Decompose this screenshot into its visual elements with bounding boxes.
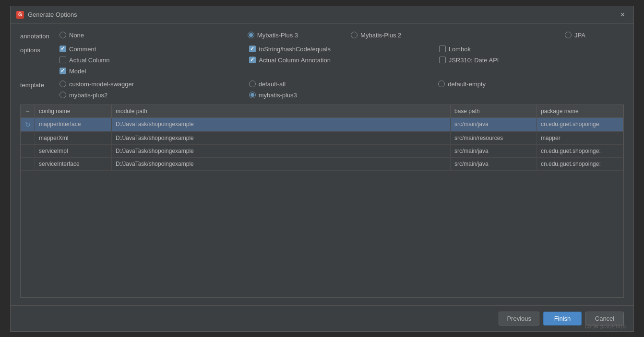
annotation-row: annotation None Mybatis-Plus 3 Mybatis-P… (20, 32, 624, 40)
option-model[interactable]: Model (60, 68, 244, 75)
actual-column-checkbox[interactable] (60, 57, 66, 63)
template-row: template custom-model-swagger default-al… (20, 81, 624, 99)
template-mybatis-plus2-label: mybatis-plus2 (69, 92, 107, 99)
option-comment[interactable]: Comment (60, 46, 244, 53)
model-label: Model (69, 68, 86, 75)
cancel-button[interactable]: Cancel (585, 312, 624, 325)
option-tostring[interactable]: toString/hashCode/equals (249, 46, 434, 53)
row2-base-path: src/main/resources (451, 132, 537, 144)
minus-icon[interactable]: − (24, 108, 31, 115)
model-checkbox[interactable] (60, 68, 66, 74)
actual-column-annotation-checkbox[interactable] (249, 57, 256, 63)
config-table: − config name module path base path pack… (20, 105, 624, 298)
header-control: − (21, 105, 35, 117)
option-jsr310[interactable]: JSR310: Date API (439, 57, 624, 64)
table-header: − config name module path base path pack… (21, 105, 623, 118)
header-package-name: package name (537, 105, 623, 117)
app-icon: G (16, 11, 24, 19)
row3-control (21, 145, 35, 157)
row1-package-name: cn.edu.guet.shopoinge: (537, 118, 623, 131)
template-mybatis-plus3-radio[interactable] (249, 92, 256, 98)
row2-config-name: mapperXml (35, 132, 112, 144)
lombok-checkbox[interactable] (439, 46, 446, 52)
jsr310-label: JSR310: Date API (449, 57, 499, 64)
template-default-all[interactable]: default-all (249, 81, 435, 88)
template-custom-model-swagger[interactable]: custom-model-swagger (60, 81, 245, 88)
table-row[interactable]: ↻ mapperInterface D:/JavaTask/shopoingex… (21, 118, 623, 132)
annotation-none-label: None (69, 32, 84, 39)
annotation-mybatis-plus-2-radio[interactable] (351, 32, 358, 38)
header-config-name: config name (35, 105, 112, 117)
row4-package-name: cn.edu.guet.shopoinge: (537, 158, 623, 170)
refresh-icon[interactable]: ↻ (25, 121, 31, 128)
template-controls: custom-model-swagger default-all default… (60, 81, 624, 99)
row3-config-name: serviceImpl (35, 145, 112, 157)
options-grid: Comment toString/hashCode/equals Lombok … (60, 46, 624, 75)
annotation-none[interactable]: None (60, 32, 84, 39)
template-default-all-label: default-all (259, 81, 286, 88)
template-custom-radio[interactable] (60, 81, 66, 87)
options-controls: Comment toString/hashCode/equals Lombok … (60, 46, 624, 75)
annotation-label: annotation (20, 32, 54, 40)
row1-base-path: src/main/java (451, 118, 537, 131)
header-module-path: module path (112, 105, 451, 117)
watermark: CSDN @GUET415 (584, 324, 626, 329)
actual-column-label: Actual Column (69, 57, 110, 64)
template-default-empty-label: default-empty (448, 81, 486, 88)
title-bar: G Generate Options × (11, 6, 633, 24)
table-body: ↻ mapperInterface D:/JavaTask/shopoingex… (21, 118, 623, 171)
template-custom-label: custom-model-swagger (69, 81, 134, 88)
finish-button[interactable]: Finish (543, 312, 582, 325)
jsr310-checkbox[interactable] (439, 57, 446, 63)
actual-column-annotation-label: Actual Column Annotation (259, 57, 331, 64)
template-mybatis-plus2[interactable]: mybatis-plus2 (60, 92, 245, 99)
annotation-none-radio[interactable] (60, 32, 66, 38)
table-row[interactable]: serviceImpl D:/JavaTask/shopoingexample … (21, 145, 623, 158)
template-default-empty-radio[interactable] (438, 81, 445, 87)
row1-control[interactable]: ↻ (21, 118, 35, 131)
title-bar-left: G Generate Options (16, 11, 77, 19)
table-row[interactable]: serviceInterface D:/JavaTask/shopoingexa… (21, 158, 623, 171)
comment-checkbox[interactable] (60, 46, 66, 52)
option-actual-column[interactable]: Actual Column (60, 57, 244, 64)
options-label: options (20, 46, 54, 54)
row4-base-path: src/main/java (451, 158, 537, 170)
template-mybatis-plus3-label: mybatis-plus3 (259, 92, 297, 99)
lombok-label: Lombok (449, 46, 471, 53)
annotation-mybatis-plus-3-label: Mybatis-Plus 3 (257, 32, 298, 39)
row4-config-name: serviceInterface (35, 158, 112, 170)
template-label: template (20, 81, 54, 89)
row2-control (21, 132, 35, 144)
header-base-path: base path (451, 105, 537, 117)
annotation-jpa-label: JPA (574, 32, 585, 39)
row1-module-path: D:/JavaTask/shopoingexample (112, 118, 451, 131)
close-button[interactable]: × (618, 10, 628, 20)
annotation-jpa[interactable]: JPA (565, 32, 585, 39)
annotation-mybatis-plus-2[interactable]: Mybatis-Plus 2 (351, 32, 401, 39)
table-row[interactable]: mapperXml D:/JavaTask/shopoingexample sr… (21, 132, 623, 145)
template-default-all-radio[interactable] (249, 81, 256, 87)
row3-module-path: D:/JavaTask/shopoingexample (112, 145, 451, 157)
previous-button[interactable]: Previous (499, 312, 539, 325)
option-actual-column-annotation[interactable]: Actual Column Annotation (249, 57, 434, 64)
tostring-label: toString/hashCode/equals (259, 46, 331, 53)
annotation-mybatis-plus-3[interactable]: Mybatis-Plus 3 (248, 32, 298, 39)
generate-options-dialog: G Generate Options × annotation None Myb… (10, 6, 634, 332)
row2-package-name: mapper (537, 132, 623, 144)
row2-module-path: D:/JavaTask/shopoingexample (112, 132, 451, 144)
template-mybatis-plus3[interactable]: mybatis-plus3 (249, 92, 435, 99)
annotation-options: None Mybatis-Plus 3 Mybatis-Plus 2 JPA (60, 32, 624, 39)
option-lombok[interactable]: Lombok (439, 46, 624, 53)
template-mybatis-plus2-radio[interactable] (60, 92, 66, 98)
template-default-empty[interactable]: default-empty (438, 81, 624, 88)
annotation-mybatis-plus-3-radio[interactable] (248, 32, 254, 38)
dialog-footer: Previous Finish Cancel CSDN @GUET415 (11, 305, 633, 331)
annotation-jpa-radio[interactable] (565, 32, 572, 38)
tostring-checkbox[interactable] (249, 46, 256, 52)
row3-base-path: src/main/java (451, 145, 537, 157)
dialog-title: Generate Options (28, 11, 77, 18)
row4-module-path: D:/JavaTask/shopoingexample (112, 158, 451, 170)
row4-control (21, 158, 35, 170)
row3-package-name: cn.edu.guet.shopoinge: (537, 145, 623, 157)
annotation-mybatis-plus-2-label: Mybatis-Plus 2 (360, 32, 401, 39)
